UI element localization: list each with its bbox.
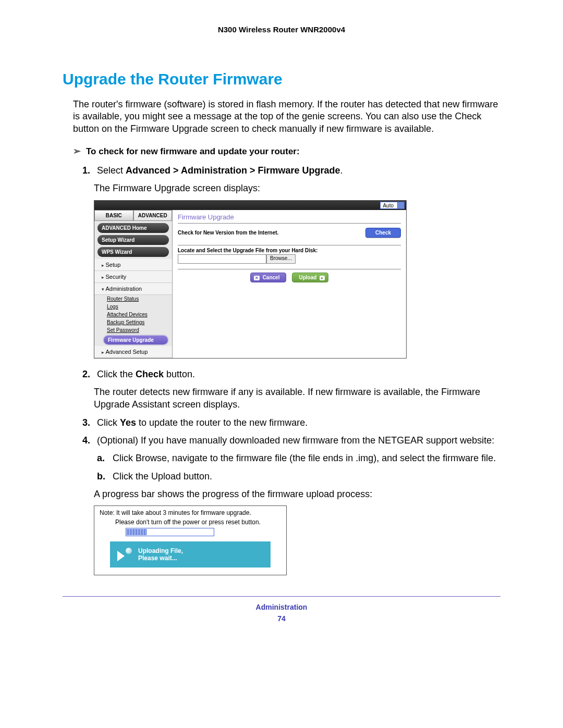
file-path-input[interactable] bbox=[178, 254, 266, 264]
step-2: 2.Click the Check button. bbox=[94, 368, 500, 380]
sidebar-sub-backup-settings[interactable]: Backup Settings bbox=[94, 318, 172, 326]
sidebar-sub-router-status[interactable]: Router Status bbox=[94, 295, 172, 303]
locate-file-label: Locate and Select the Upgrade File from … bbox=[178, 248, 401, 253]
step-1: 1.Select Advanced > Administration > Fir… bbox=[94, 164, 500, 177]
upload-button[interactable]: Upload bbox=[292, 273, 328, 282]
firmware-upgrade-screenshot: Auto BASIC ADVANCED ADVANCED Home Setup … bbox=[94, 200, 407, 359]
step-4b: b.Click the Upload button. bbox=[109, 470, 500, 483]
divider bbox=[178, 245, 401, 245]
status-line-2: Please wait... bbox=[138, 554, 183, 562]
progress-screenshot: Note: It will take about 3 minutes for f… bbox=[94, 505, 287, 575]
status-line-1: Uploading File, bbox=[138, 547, 183, 554]
sidebar-item-setup[interactable]: Setup bbox=[94, 259, 172, 271]
uploading-status: Uploading File, Please wait... bbox=[110, 541, 271, 567]
tab-advanced[interactable]: ADVANCED bbox=[133, 210, 173, 221]
upload-icon bbox=[117, 547, 133, 562]
intro-paragraph: The router's firmware (software) is stor… bbox=[73, 98, 500, 135]
progress-bar bbox=[126, 528, 214, 536]
section-title: Upgrade the Router Firmware bbox=[63, 70, 500, 88]
step-1-desc: The Firmware Upgrade screen displays: bbox=[94, 182, 500, 194]
screenshot-topbar: Auto bbox=[94, 201, 406, 210]
footer-page-number: 74 bbox=[63, 614, 500, 623]
footer-section-name: Administration bbox=[63, 603, 500, 611]
cancel-button[interactable]: Cancel bbox=[250, 273, 287, 282]
sidebar-item-administration[interactable]: Administration bbox=[94, 283, 172, 295]
sidebar-advanced-home[interactable]: ADVANCED Home bbox=[97, 223, 169, 233]
step-2-desc: The router detects new firmware if any i… bbox=[94, 386, 500, 411]
sidebar-sub-set-password[interactable]: Set Password bbox=[94, 326, 172, 334]
main-panel: Firmware Upgrade Check for New Version f… bbox=[173, 210, 406, 358]
sidebar-wps-wizard[interactable]: WPS Wizard bbox=[97, 247, 169, 257]
browse-button[interactable]: Browse... bbox=[266, 254, 296, 264]
step-4a: a.Click Browse, navigate to the firmware… bbox=[109, 452, 500, 464]
sidebar-item-advanced-setup[interactable]: Advanced Setup bbox=[94, 346, 172, 358]
sidebar: BASIC ADVANCED ADVANCED Home Setup Wizar… bbox=[94, 210, 173, 358]
sidebar-sub-attached-devices[interactable]: Attached Devices bbox=[94, 311, 172, 318]
sidebar-sub-logs[interactable]: Logs bbox=[94, 303, 172, 311]
check-version-label: Check for New Version from the Internet. bbox=[178, 230, 278, 236]
step-4: 4.(Optional) If you have manually downlo… bbox=[94, 434, 500, 447]
check-button[interactable]: Check bbox=[365, 228, 401, 238]
panel-title: Firmware Upgrade bbox=[178, 213, 401, 221]
footer-rule bbox=[63, 596, 500, 597]
auto-dropdown[interactable]: Auto bbox=[380, 202, 405, 209]
progress-note-1: Note: It will take about 3 minutes for f… bbox=[100, 509, 281, 516]
tab-basic[interactable]: BASIC bbox=[94, 210, 133, 221]
progress-note-2: Please don't turn off the power or press… bbox=[115, 519, 281, 526]
step-4-tail: A progress bar shows the progress of the… bbox=[94, 488, 500, 500]
sidebar-setup-wizard[interactable]: Setup Wizard bbox=[97, 235, 169, 245]
divider bbox=[178, 269, 401, 269]
task-heading: To check for new firmware and update you… bbox=[73, 145, 500, 157]
divider bbox=[178, 223, 401, 224]
step-3: 3.Click Yes to update the router to the … bbox=[94, 416, 500, 429]
sidebar-sub-firmware-upgrade[interactable]: Firmware Upgrade bbox=[104, 336, 168, 344]
sidebar-item-security[interactable]: Security bbox=[94, 271, 172, 283]
product-header: N300 Wireless Router WNR2000v4 bbox=[63, 25, 500, 34]
